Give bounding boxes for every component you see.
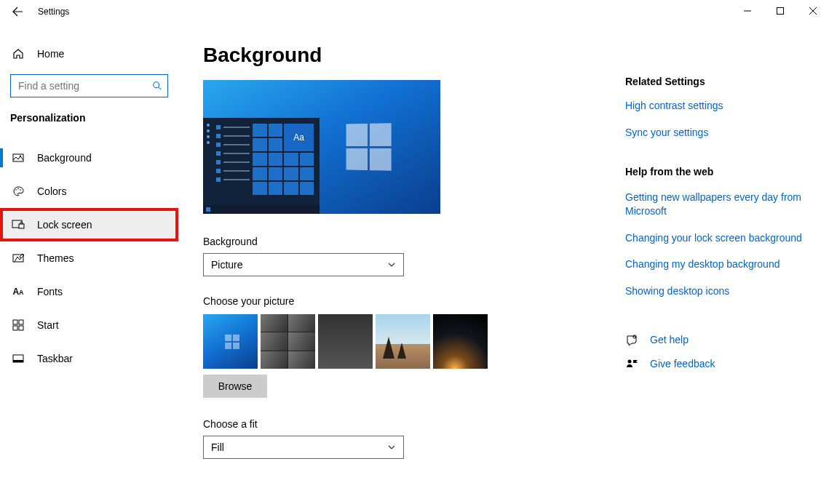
link-get-help[interactable]: Get help bbox=[650, 333, 689, 347]
svg-point-18 bbox=[628, 359, 632, 363]
fonts-icon: AA bbox=[11, 287, 25, 297]
taskbar-icon bbox=[11, 353, 25, 364]
picture-thumb-1[interactable] bbox=[203, 314, 258, 369]
palette-icon bbox=[11, 185, 25, 197]
sidebar-item-label: Background bbox=[37, 152, 92, 164]
link-lock-screen-bg[interactable]: Changing your lock screen background bbox=[625, 231, 829, 245]
sidebar-item-fonts[interactable]: AA Fonts bbox=[0, 275, 178, 308]
background-label: Background bbox=[203, 236, 582, 247]
close-button[interactable] bbox=[796, 0, 829, 22]
browse-button[interactable]: Browse bbox=[203, 375, 267, 398]
sidebar-item-label: Colors bbox=[37, 185, 66, 197]
sidebar-item-label: Taskbar bbox=[37, 353, 73, 364]
search-input[interactable] bbox=[10, 74, 168, 97]
picture-thumb-2[interactable] bbox=[261, 314, 315, 369]
svg-rect-11 bbox=[19, 320, 23, 324]
sidebar-item-label: Start bbox=[37, 319, 59, 331]
home-icon bbox=[11, 48, 25, 60]
svg-rect-8 bbox=[19, 224, 24, 228]
page-title: Background bbox=[203, 44, 582, 67]
fit-select[interactable]: Fill bbox=[203, 436, 404, 459]
link-desktop-bg[interactable]: Changing my desktop background bbox=[625, 257, 829, 271]
close-icon bbox=[809, 7, 817, 15]
back-arrow-icon bbox=[12, 6, 23, 17]
sidebar-home[interactable]: Home bbox=[0, 39, 178, 68]
related-settings-header: Related Settings bbox=[625, 76, 829, 87]
link-sync-settings[interactable]: Sync your settings bbox=[625, 126, 829, 140]
link-desktop-icons[interactable]: Showing desktop icons bbox=[625, 284, 829, 298]
link-wallpapers-daily[interactable]: Getting new wallpapers every day from Mi… bbox=[625, 191, 829, 218]
svg-rect-12 bbox=[13, 326, 17, 330]
minimize-icon bbox=[744, 7, 751, 15]
svg-rect-0 bbox=[777, 8, 783, 15]
lock-screen-icon bbox=[11, 219, 25, 231]
picture-thumb-3[interactable] bbox=[318, 314, 373, 369]
picture-thumb-4[interactable] bbox=[376, 314, 430, 369]
preview-accent-tile: Aa bbox=[284, 124, 314, 151]
svg-point-1 bbox=[154, 82, 159, 88]
sidebar-item-themes[interactable]: Themes bbox=[0, 241, 178, 275]
fit-select-value: Fill bbox=[211, 441, 224, 453]
sidebar-item-label: Themes bbox=[37, 252, 74, 264]
browse-button-label: Browse bbox=[218, 380, 253, 392]
svg-point-6 bbox=[20, 189, 21, 191]
sidebar-home-label: Home bbox=[37, 48, 64, 60]
sidebar-item-colors[interactable]: Colors bbox=[0, 175, 178, 208]
sidebar-item-label: Fonts bbox=[37, 286, 63, 297]
start-icon bbox=[11, 319, 25, 331]
picture-thumb-5[interactable] bbox=[433, 314, 488, 369]
choose-picture-label: Choose your picture bbox=[203, 295, 582, 307]
desktop-preview: Aa bbox=[203, 80, 440, 214]
back-button[interactable] bbox=[0, 0, 35, 23]
link-high-contrast[interactable]: High contrast settings bbox=[625, 99, 829, 113]
chevron-down-icon bbox=[387, 443, 396, 452]
maximize-icon bbox=[777, 7, 784, 15]
svg-point-4 bbox=[15, 189, 17, 191]
maximize-button[interactable] bbox=[763, 0, 796, 22]
feedback-icon bbox=[625, 358, 638, 371]
choose-fit-label: Choose a fit bbox=[203, 418, 582, 430]
sidebar-item-background[interactable]: Background bbox=[0, 141, 178, 175]
background-select[interactable]: Picture bbox=[203, 253, 404, 276]
get-help-icon: ? bbox=[625, 334, 638, 347]
svg-point-5 bbox=[17, 188, 19, 190]
sidebar-item-label: Lock screen bbox=[37, 219, 92, 231]
window-title: Settings bbox=[35, 7, 69, 17]
chevron-down-icon bbox=[387, 260, 396, 269]
picture-icon bbox=[11, 152, 25, 164]
help-from-web-header: Help from the web bbox=[625, 166, 829, 177]
search-icon bbox=[152, 81, 162, 91]
sidebar-item-taskbar[interactable]: Taskbar bbox=[0, 342, 178, 375]
sidebar-section-label: Personalization bbox=[0, 108, 178, 131]
background-select-value: Picture bbox=[211, 259, 243, 271]
svg-rect-13 bbox=[19, 326, 23, 330]
svg-point-3 bbox=[20, 156, 21, 157]
minimize-button[interactable] bbox=[731, 0, 763, 22]
svg-rect-15 bbox=[13, 360, 23, 362]
sidebar-item-lock-screen[interactable]: Lock screen bbox=[0, 208, 178, 241]
sidebar-item-start[interactable]: Start bbox=[0, 308, 178, 342]
link-give-feedback[interactable]: Give feedback bbox=[650, 357, 715, 371]
themes-icon bbox=[11, 252, 25, 264]
svg-rect-10 bbox=[13, 320, 17, 324]
